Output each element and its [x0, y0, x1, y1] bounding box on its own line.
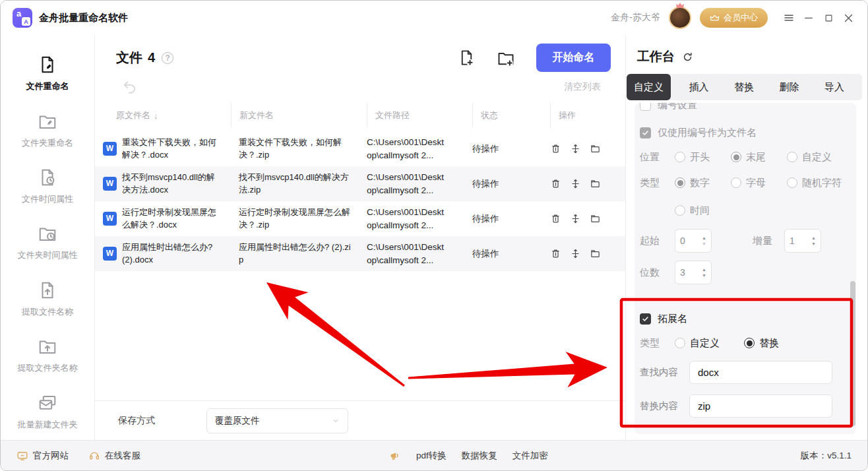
promo-pdf-convert[interactable]: pdf转换: [416, 450, 447, 462]
tab-delete[interactable]: 删除: [772, 74, 807, 100]
undo-button[interactable]: [121, 78, 139, 96]
save-mode-select[interactable]: 覆盖原文件: [206, 408, 348, 433]
delete-row-button[interactable]: [550, 143, 561, 154]
file-export-icon: [38, 280, 57, 300]
add-folder-button[interactable]: [497, 49, 515, 67]
workbench-tabs: 自定义 插入 替换 删除 导入: [627, 74, 862, 100]
radio-selected-icon: [675, 177, 685, 188]
radio-type-time[interactable]: 时间: [675, 204, 710, 217]
col-original-name[interactable]: 原文件名 ↓: [103, 103, 231, 128]
sidebar-item-file-rename[interactable]: 文件重命名: [1, 46, 94, 102]
move-row-button[interactable]: [570, 213, 581, 224]
hamburger-menu-button[interactable]: [779, 8, 799, 28]
replace-input[interactable]: [689, 394, 832, 418]
radio-icon: [787, 152, 797, 162]
stepper-arrows-icon[interactable]: ▲▼: [702, 267, 706, 278]
word-file-icon: W: [103, 177, 117, 191]
radio-position-end[interactable]: 末尾: [731, 151, 787, 164]
radio-selected-icon: [731, 152, 741, 162]
start-increment-row: 起始 ▲▼ 增量 ▲▼: [640, 228, 850, 253]
headset-icon: [88, 450, 100, 462]
find-input[interactable]: [689, 361, 832, 384]
stepper-arrows-icon[interactable]: ▲▼: [702, 236, 706, 246]
mail-stack-icon: [38, 393, 57, 413]
table-row[interactable]: W 应用属性时出错怎么办? (2).docx 应用属性时出错怎么办? (2).z…: [95, 236, 625, 271]
title-bar: aA 金舟批量重命名软件 金舟-苏大爷 会员中心: [1, 1, 867, 35]
delete-row-button[interactable]: [550, 178, 561, 189]
stepper-arrows-icon[interactable]: ▲▼: [811, 236, 816, 246]
status-text: 待操作: [472, 212, 550, 226]
find-row: 查找内容: [640, 360, 850, 384]
digits-label: 位数: [640, 267, 675, 279]
folder-export-icon: [38, 336, 57, 356]
open-folder-button[interactable]: [590, 143, 601, 154]
radio-ext-replace[interactable]: 替换: [744, 337, 779, 350]
maximize-button[interactable]: [819, 8, 838, 28]
table-row[interactable]: W 找不到msvcp140.dll的解决方法.docx 找不到msvcp140.…: [95, 166, 625, 201]
clear-list-button[interactable]: 清空列表: [564, 81, 601, 93]
minimize-button[interactable]: [799, 8, 819, 28]
sidebar-item-label: 提取文件名称: [22, 306, 73, 318]
radio-ext-custom[interactable]: 自定义: [675, 337, 744, 350]
member-center-button[interactable]: 会员中心: [700, 8, 768, 28]
start-rename-button[interactable]: 开始命名: [536, 44, 611, 72]
start-input[interactable]: [680, 236, 696, 246]
file-path: C:\Users\001\Desktop\callmysoft 2...: [367, 167, 472, 201]
tab-replace[interactable]: 替换: [727, 74, 761, 100]
increment-stepper: ▲▼: [784, 229, 821, 253]
radio-type-letter[interactable]: 字母: [731, 177, 787, 189]
megaphone-icon: [388, 449, 401, 462]
extension-row: 拓展名: [640, 309, 850, 329]
radio-icon: [731, 177, 741, 188]
sidebar: 文件重命名 文件夹重命名 文件时间属性 文件夹时间属性 提取文件名称 提取文件夹…: [1, 35, 95, 440]
delete-row-button[interactable]: [550, 213, 561, 224]
open-folder-button[interactable]: [590, 213, 601, 224]
tab-import[interactable]: 导入: [817, 74, 852, 100]
sidebar-item-batch-new-folder[interactable]: 批量新建文件夹: [1, 384, 94, 440]
move-row-button[interactable]: [570, 178, 581, 189]
refresh-icon[interactable]: [682, 51, 693, 63]
official-site-link[interactable]: 官方网站: [16, 450, 69, 462]
help-icon[interactable]: ?: [162, 52, 173, 64]
radio-position-start[interactable]: 开头: [675, 151, 731, 164]
sidebar-item-folder-rename[interactable]: 文件夹重命名: [1, 102, 94, 158]
tab-custom[interactable]: 自定义: [627, 74, 671, 100]
sidebar-item-folder-time[interactable]: 文件夹时间属性: [1, 214, 94, 270]
find-label: 查找内容: [640, 366, 689, 379]
online-support-link[interactable]: 在线客服: [88, 450, 140, 462]
promo-data-recovery[interactable]: 数据恢复: [462, 450, 497, 462]
table-row[interactable]: W 运行定时录制发现黑屏怎么解决？.docx 运行定时录制发现黑屏怎么解决？.z…: [95, 201, 625, 236]
digits-input[interactable]: [680, 267, 696, 278]
radio-type-digit[interactable]: 数字: [675, 177, 731, 189]
sidebar-item-extract-foldername[interactable]: 提取文件夹名称: [1, 327, 94, 383]
avatar[interactable]: [669, 7, 691, 29]
save-mode-value: 覆盖原文件: [215, 415, 260, 427]
sidebar-item-file-time[interactable]: 文件时间属性: [1, 158, 94, 214]
sidebar-item-label: 文件重命名: [26, 80, 69, 92]
open-folder-button[interactable]: [590, 248, 601, 259]
avatar-crown-icon: [676, 3, 684, 9]
file-path: C:\Users\001\Desktop\callmysoft 2...: [367, 237, 472, 270]
digits-row: 位数 ▲▼: [640, 260, 850, 285]
sidebar-item-extract-filename[interactable]: 提取文件名称: [1, 271, 94, 327]
table-row[interactable]: W 重装文件下载失败，如何解决？.docx 重装文件下载失败，如何解决？.zip…: [95, 131, 625, 166]
checkbox-only-number[interactable]: [640, 127, 651, 139]
checkbox-numbering[interactable]: [640, 103, 651, 111]
radio-position-custom[interactable]: 自定义: [787, 151, 832, 164]
move-row-button[interactable]: [570, 143, 581, 154]
add-file-button[interactable]: [458, 49, 476, 67]
close-button[interactable]: [838, 8, 858, 28]
delete-row-button[interactable]: [550, 248, 561, 259]
panel-scrollbar[interactable]: [850, 281, 855, 426]
word-file-icon: W: [103, 142, 117, 156]
promo-file-encrypt[interactable]: 文件加密: [512, 450, 548, 462]
open-folder-button[interactable]: [590, 178, 601, 189]
increment-input[interactable]: [790, 236, 805, 246]
extension-label: 拓展名: [658, 313, 687, 325]
move-row-button[interactable]: [570, 248, 581, 259]
radio-type-random[interactable]: 随机字符: [787, 177, 842, 189]
version-label: 版本：v5.1.1: [801, 450, 852, 462]
extension-type-label: 类型: [640, 337, 675, 350]
tab-insert[interactable]: 插入: [682, 74, 716, 100]
checkbox-extension[interactable]: [640, 313, 651, 325]
